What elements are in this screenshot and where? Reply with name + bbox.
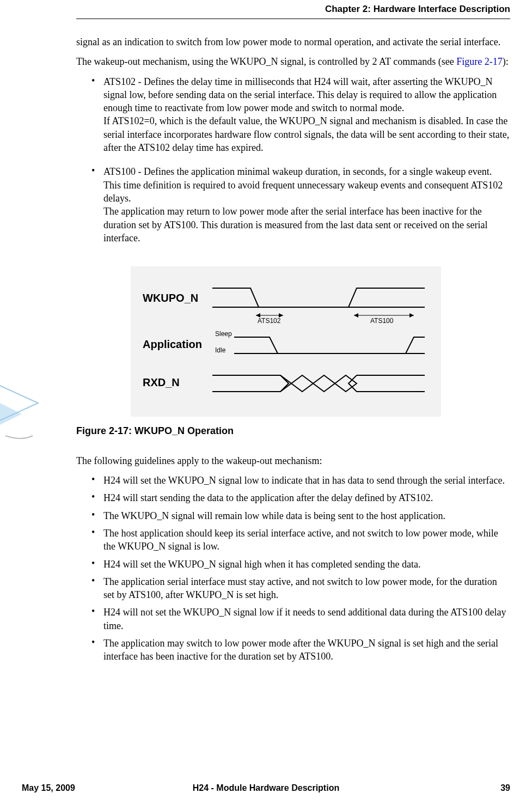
- bullet-list: H24 will set the WKUPO_N signal low to i…: [76, 474, 510, 663]
- figure-reference-link[interactable]: Figure 2-17: [456, 56, 503, 67]
- list-item: H24 will set the WKUPO_N signal low to i…: [91, 474, 510, 487]
- bullet-list: ATS102 - Defines the delay time in milli…: [76, 75, 510, 245]
- signal-label-app: Application: [143, 338, 202, 350]
- label-idle: Idle: [215, 346, 226, 354]
- text: The following guidelines apply to the wa…: [76, 455, 322, 466]
- text: H24 will set the WKUPO_N signal low to i…: [103, 475, 505, 486]
- text: ATS102 - Defines the delay time in milli…: [103, 76, 509, 153]
- figure-image: WKUPO_N Application RXD_N ATS102 ATS: [131, 266, 441, 417]
- svg-marker-8: [409, 313, 414, 318]
- paragraph: The following guidelines apply to the wa…: [76, 454, 510, 467]
- list-item: The WKUPO_N signal will remain low while…: [91, 509, 510, 522]
- page-header: Chapter 2: Hardware Interface Descriptio…: [76, 5, 510, 19]
- signal-label-wkupo: WKUPO_N: [143, 292, 198, 304]
- text: ):: [503, 56, 509, 67]
- text: The host application should keep its ser…: [103, 528, 498, 552]
- text: ATS100 - Defines the application minimal…: [103, 166, 503, 243]
- svg-marker-7: [354, 313, 358, 318]
- page-footer: May 15, 2009 H24 - Module Hardware Descr…: [22, 783, 510, 793]
- signal-label-rxd: RXD_N: [143, 376, 180, 388]
- list-item: ATS100 - Defines the application minimal…: [91, 165, 510, 245]
- label-sleep: Sleep: [215, 330, 232, 338]
- text: The wakeup-out mechanism, using the WKUP…: [76, 56, 456, 67]
- text: H24 will start sending the data to the a…: [103, 492, 433, 503]
- svg-marker-1: [0, 376, 38, 430]
- label-ats102: ATS102: [258, 317, 281, 325]
- label-ats100: ATS100: [370, 317, 394, 325]
- text: signal as an indication to switch from l…: [76, 36, 500, 47]
- text: The WKUPO_N signal will remain low while…: [103, 510, 445, 521]
- figure: WKUPO_N Application RXD_N ATS102 ATS: [131, 266, 441, 438]
- list-item: ATS102 - Defines the delay time in milli…: [91, 75, 510, 155]
- figure-caption: Figure 2-17: WKUPO_N Operation: [76, 424, 441, 437]
- list-item: The application may switch to low power …: [91, 637, 510, 663]
- paragraph: The wakeup-out mechanism, using the WKUP…: [76, 55, 510, 68]
- list-item: H24 will start sending the data to the a…: [91, 491, 510, 504]
- text: The application serial interface must st…: [103, 576, 497, 600]
- page-decoration: [0, 370, 54, 463]
- list-item: H24 will set the WKUPO_N signal high whe…: [91, 558, 510, 571]
- text: H24 will not set the WKUPO_N signal low …: [103, 607, 506, 631]
- list-item: H24 will not set the WKUPO_N signal low …: [91, 606, 510, 632]
- text: H24 will set the WKUPO_N signal high whe…: [103, 559, 421, 570]
- list-item: The host application should keep its ser…: [91, 527, 510, 553]
- svg-marker-0: [0, 387, 22, 441]
- paragraph: signal as an indication to switch from l…: [76, 35, 510, 48]
- list-item: The application serial interface must st…: [91, 575, 510, 602]
- footer-title: H24 - Module Hardware Description: [22, 783, 510, 793]
- text: The application may switch to low power …: [103, 638, 498, 662]
- chapter-title: Chapter 2: Hardware Interface Descriptio…: [325, 4, 510, 15]
